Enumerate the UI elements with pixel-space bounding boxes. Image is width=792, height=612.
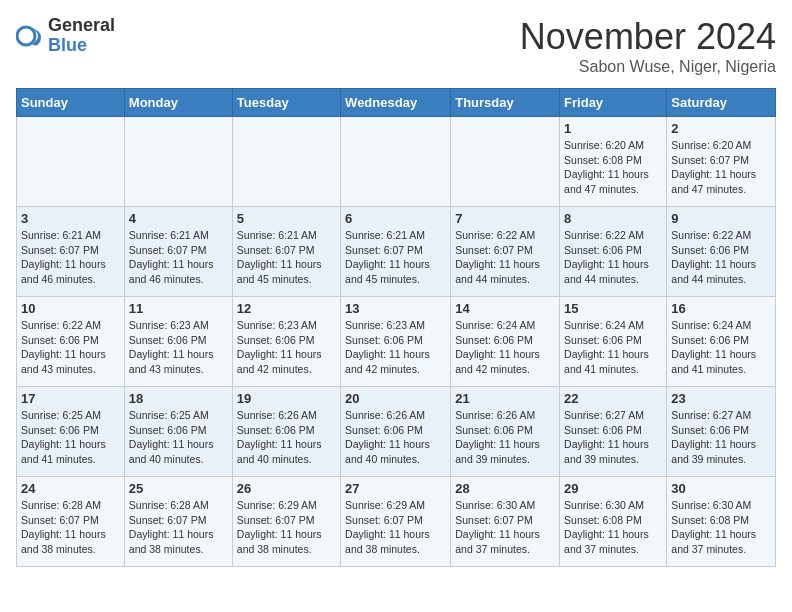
day-info: Sunrise: 6:29 AMSunset: 6:07 PMDaylight:… xyxy=(237,498,336,557)
day-number: 23 xyxy=(671,391,771,406)
day-cell: 2Sunrise: 6:20 AMSunset: 6:07 PMDaylight… xyxy=(667,117,776,207)
day-number: 9 xyxy=(671,211,771,226)
day-number: 26 xyxy=(237,481,336,496)
day-cell: 5Sunrise: 6:21 AMSunset: 6:07 PMDaylight… xyxy=(232,207,340,297)
day-cell: 26Sunrise: 6:29 AMSunset: 6:07 PMDayligh… xyxy=(232,477,340,567)
day-number: 5 xyxy=(237,211,336,226)
day-cell: 9Sunrise: 6:22 AMSunset: 6:06 PMDaylight… xyxy=(667,207,776,297)
day-cell xyxy=(17,117,125,207)
day-info: Sunrise: 6:26 AMSunset: 6:06 PMDaylight:… xyxy=(455,408,555,467)
day-cell: 14Sunrise: 6:24 AMSunset: 6:06 PMDayligh… xyxy=(451,297,560,387)
location-title: Sabon Wuse, Niger, Nigeria xyxy=(520,58,776,76)
day-cell: 16Sunrise: 6:24 AMSunset: 6:06 PMDayligh… xyxy=(667,297,776,387)
calendar-page: General Blue November 2024 Sabon Wuse, N… xyxy=(0,0,792,583)
day-cell: 8Sunrise: 6:22 AMSunset: 6:06 PMDaylight… xyxy=(560,207,667,297)
day-cell: 11Sunrise: 6:23 AMSunset: 6:06 PMDayligh… xyxy=(124,297,232,387)
day-number: 12 xyxy=(237,301,336,316)
day-cell: 30Sunrise: 6:30 AMSunset: 6:08 PMDayligh… xyxy=(667,477,776,567)
day-cell: 12Sunrise: 6:23 AMSunset: 6:06 PMDayligh… xyxy=(232,297,340,387)
day-info: Sunrise: 6:25 AMSunset: 6:06 PMDaylight:… xyxy=(21,408,120,467)
day-info: Sunrise: 6:23 AMSunset: 6:06 PMDaylight:… xyxy=(129,318,228,377)
day-info: Sunrise: 6:22 AMSunset: 6:06 PMDaylight:… xyxy=(671,228,771,287)
day-cell: 4Sunrise: 6:21 AMSunset: 6:07 PMDaylight… xyxy=(124,207,232,297)
day-cell: 29Sunrise: 6:30 AMSunset: 6:08 PMDayligh… xyxy=(560,477,667,567)
day-number: 7 xyxy=(455,211,555,226)
month-title: November 2024 xyxy=(520,16,776,58)
weekday-header-row: SundayMondayTuesdayWednesdayThursdayFrid… xyxy=(17,89,776,117)
day-number: 17 xyxy=(21,391,120,406)
day-cell: 3Sunrise: 6:21 AMSunset: 6:07 PMDaylight… xyxy=(17,207,125,297)
day-cell: 15Sunrise: 6:24 AMSunset: 6:06 PMDayligh… xyxy=(560,297,667,387)
day-cell: 22Sunrise: 6:27 AMSunset: 6:06 PMDayligh… xyxy=(560,387,667,477)
day-cell: 23Sunrise: 6:27 AMSunset: 6:06 PMDayligh… xyxy=(667,387,776,477)
day-cell xyxy=(451,117,560,207)
day-number: 13 xyxy=(345,301,446,316)
day-number: 28 xyxy=(455,481,555,496)
day-cell xyxy=(232,117,340,207)
day-number: 22 xyxy=(564,391,662,406)
day-cell: 18Sunrise: 6:25 AMSunset: 6:06 PMDayligh… xyxy=(124,387,232,477)
day-info: Sunrise: 6:22 AMSunset: 6:06 PMDaylight:… xyxy=(21,318,120,377)
day-number: 30 xyxy=(671,481,771,496)
week-row-5: 24Sunrise: 6:28 AMSunset: 6:07 PMDayligh… xyxy=(17,477,776,567)
logo-text: General Blue xyxy=(48,16,115,56)
day-cell: 13Sunrise: 6:23 AMSunset: 6:06 PMDayligh… xyxy=(341,297,451,387)
day-number: 10 xyxy=(21,301,120,316)
day-number: 24 xyxy=(21,481,120,496)
day-info: Sunrise: 6:21 AMSunset: 6:07 PMDaylight:… xyxy=(237,228,336,287)
week-row-4: 17Sunrise: 6:25 AMSunset: 6:06 PMDayligh… xyxy=(17,387,776,477)
page-header: General Blue November 2024 Sabon Wuse, N… xyxy=(16,16,776,76)
day-number: 18 xyxy=(129,391,228,406)
day-cell: 6Sunrise: 6:21 AMSunset: 6:07 PMDaylight… xyxy=(341,207,451,297)
logo: General Blue xyxy=(16,16,115,56)
day-info: Sunrise: 6:26 AMSunset: 6:06 PMDaylight:… xyxy=(237,408,336,467)
day-info: Sunrise: 6:23 AMSunset: 6:06 PMDaylight:… xyxy=(237,318,336,377)
calendar-table: SundayMondayTuesdayWednesdayThursdayFrid… xyxy=(16,88,776,567)
day-cell: 7Sunrise: 6:22 AMSunset: 6:07 PMDaylight… xyxy=(451,207,560,297)
day-info: Sunrise: 6:24 AMSunset: 6:06 PMDaylight:… xyxy=(564,318,662,377)
day-number: 15 xyxy=(564,301,662,316)
day-info: Sunrise: 6:20 AMSunset: 6:07 PMDaylight:… xyxy=(671,138,771,197)
day-info: Sunrise: 6:22 AMSunset: 6:07 PMDaylight:… xyxy=(455,228,555,287)
day-cell: 25Sunrise: 6:28 AMSunset: 6:07 PMDayligh… xyxy=(124,477,232,567)
day-number: 3 xyxy=(21,211,120,226)
day-info: Sunrise: 6:30 AMSunset: 6:08 PMDaylight:… xyxy=(564,498,662,557)
day-info: Sunrise: 6:28 AMSunset: 6:07 PMDaylight:… xyxy=(21,498,120,557)
day-number: 2 xyxy=(671,121,771,136)
day-info: Sunrise: 6:21 AMSunset: 6:07 PMDaylight:… xyxy=(21,228,120,287)
weekday-header-saturday: Saturday xyxy=(667,89,776,117)
logo-icon xyxy=(16,22,44,50)
week-row-3: 10Sunrise: 6:22 AMSunset: 6:06 PMDayligh… xyxy=(17,297,776,387)
day-cell: 24Sunrise: 6:28 AMSunset: 6:07 PMDayligh… xyxy=(17,477,125,567)
day-number: 27 xyxy=(345,481,446,496)
day-cell: 1Sunrise: 6:20 AMSunset: 6:08 PMDaylight… xyxy=(560,117,667,207)
day-info: Sunrise: 6:30 AMSunset: 6:07 PMDaylight:… xyxy=(455,498,555,557)
day-info: Sunrise: 6:26 AMSunset: 6:06 PMDaylight:… xyxy=(345,408,446,467)
day-info: Sunrise: 6:24 AMSunset: 6:06 PMDaylight:… xyxy=(455,318,555,377)
day-cell xyxy=(124,117,232,207)
day-number: 16 xyxy=(671,301,771,316)
day-number: 11 xyxy=(129,301,228,316)
day-number: 14 xyxy=(455,301,555,316)
day-info: Sunrise: 6:30 AMSunset: 6:08 PMDaylight:… xyxy=(671,498,771,557)
weekday-header-monday: Monday xyxy=(124,89,232,117)
day-number: 29 xyxy=(564,481,662,496)
day-cell: 17Sunrise: 6:25 AMSunset: 6:06 PMDayligh… xyxy=(17,387,125,477)
logo-general: General xyxy=(48,16,115,36)
week-row-1: 1Sunrise: 6:20 AMSunset: 6:08 PMDaylight… xyxy=(17,117,776,207)
day-number: 4 xyxy=(129,211,228,226)
day-info: Sunrise: 6:24 AMSunset: 6:06 PMDaylight:… xyxy=(671,318,771,377)
day-cell: 10Sunrise: 6:22 AMSunset: 6:06 PMDayligh… xyxy=(17,297,125,387)
day-cell: 27Sunrise: 6:29 AMSunset: 6:07 PMDayligh… xyxy=(341,477,451,567)
day-info: Sunrise: 6:20 AMSunset: 6:08 PMDaylight:… xyxy=(564,138,662,197)
title-block: November 2024 Sabon Wuse, Niger, Nigeria xyxy=(520,16,776,76)
day-number: 19 xyxy=(237,391,336,406)
day-info: Sunrise: 6:21 AMSunset: 6:07 PMDaylight:… xyxy=(129,228,228,287)
day-cell: 21Sunrise: 6:26 AMSunset: 6:06 PMDayligh… xyxy=(451,387,560,477)
logo-blue: Blue xyxy=(48,36,115,56)
weekday-header-thursday: Thursday xyxy=(451,89,560,117)
weekday-header-tuesday: Tuesday xyxy=(232,89,340,117)
day-info: Sunrise: 6:28 AMSunset: 6:07 PMDaylight:… xyxy=(129,498,228,557)
week-row-2: 3Sunrise: 6:21 AMSunset: 6:07 PMDaylight… xyxy=(17,207,776,297)
weekday-header-sunday: Sunday xyxy=(17,89,125,117)
